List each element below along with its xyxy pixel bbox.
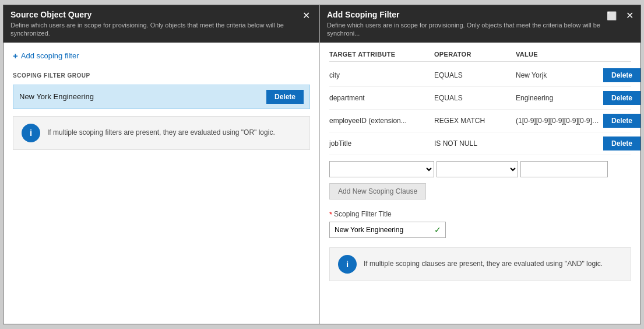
row-3-delete: Delete xyxy=(603,136,641,150)
scoping-filter-group-label: SCOPING FILTER GROUP xyxy=(13,72,310,79)
col-header-action xyxy=(603,51,641,58)
delete-filter-group-button[interactable]: Delete xyxy=(266,90,304,104)
row-1-attribute: department xyxy=(329,94,434,102)
left-panel-header-content: Source Object Query Define which users a… xyxy=(10,10,295,38)
table-row: jobTitle IS NOT NULL Delete xyxy=(329,132,631,155)
left-panel-body: + Add scoping filter SCOPING FILTER GROU… xyxy=(3,43,319,324)
right-info-box: i If multiple scoping clauses are presen… xyxy=(329,247,631,281)
row-2-operator: REGEX MATCH xyxy=(434,117,516,125)
row-0-delete: Delete xyxy=(603,68,641,82)
right-panel-title: Add Scoping Filter xyxy=(327,10,602,19)
right-panel-header-buttons: ⬜ ✕ xyxy=(602,10,636,21)
left-panel-header-buttons: ✕ xyxy=(295,10,312,21)
right-panel-header-content: Add Scoping Filter Define which users ar… xyxy=(327,10,602,38)
info-icon: i xyxy=(22,124,40,142)
right-info-icon: i xyxy=(338,255,357,274)
right-panel-close-button[interactable]: ✕ xyxy=(624,10,636,21)
row-2-delete: Delete xyxy=(603,114,641,128)
table-row: city EQUALS New Yorjk Delete xyxy=(329,64,631,87)
filter-group-item[interactable]: New York Engineering Delete xyxy=(13,85,310,109)
add-new-scoping-clause-button[interactable]: Add New Scoping Clause xyxy=(329,183,426,200)
right-panel-body: TARGET ATTRIBUTE OPERATOR VALUE city EQU… xyxy=(320,43,641,324)
add-clause-button-wrapper: Add New Scoping Clause xyxy=(329,183,631,210)
left-info-box: i If multiple scoping filters are presen… xyxy=(13,116,310,150)
right-panel-header: Add Scoping Filter Define which users ar… xyxy=(320,5,641,43)
new-clause-operator-select[interactable] xyxy=(437,161,518,177)
plus-icon: + xyxy=(13,51,18,61)
add-scoping-filter-link[interactable]: + Add scoping filter xyxy=(13,51,310,61)
col-header-value: VALUE xyxy=(516,51,603,58)
row-3-attribute: jobTitle xyxy=(329,139,434,148)
row-0-value: New Yorjk xyxy=(516,71,603,79)
new-clause-attribute-select[interactable] xyxy=(329,161,434,177)
row-2-attribute: employeeID (extension... xyxy=(329,117,434,125)
table-row: employeeID (extension... REGEX MATCH (1[… xyxy=(329,110,631,132)
row-1-value: Engineering xyxy=(516,94,603,102)
col-header-attribute: TARGET ATTRIBUTE xyxy=(329,51,434,58)
title-input-wrapper: ✓ xyxy=(329,222,446,238)
maximize-button[interactable]: ⬜ xyxy=(604,11,619,20)
new-clause-value-input[interactable] xyxy=(520,161,608,177)
filter-group-name: New York Engineering xyxy=(19,92,94,101)
row-1-operator: EQUALS xyxy=(434,94,516,102)
left-panel-header: Source Object Query Define which users a… xyxy=(3,5,319,43)
delete-row-3-button[interactable]: Delete xyxy=(603,136,641,150)
left-info-text: If multiple scoping filters are present,… xyxy=(47,128,275,138)
row-0-operator: EQUALS xyxy=(434,71,516,79)
add-filter-label: Add scoping filter xyxy=(21,51,79,60)
scoping-title-label: * Scoping Filter Title xyxy=(329,210,631,219)
left-panel-title: Source Object Query xyxy=(10,10,295,19)
right-panel-subtitle: Define which users are in scope for prov… xyxy=(327,21,602,38)
row-0-attribute: city xyxy=(329,71,434,79)
table-row: department EQUALS Engineering Delete xyxy=(329,87,631,110)
scoping-title-label-text: Scoping Filter Title xyxy=(334,210,392,218)
left-panel-subtitle: Define which users are in scope for prov… xyxy=(10,21,295,38)
row-2-value: (1[0-9][0-9][0-9][0-9][0-9][0-9][0... xyxy=(516,117,603,125)
required-star: * xyxy=(329,210,332,219)
right-panel: Add Scoping Filter Define which users ar… xyxy=(320,5,641,324)
col-header-operator: OPERATOR xyxy=(434,51,516,58)
scoping-title-input[interactable] xyxy=(329,222,446,238)
row-1-delete: Delete xyxy=(603,91,641,105)
new-clause-row xyxy=(329,161,631,177)
row-3-operator: IS NOT NULL xyxy=(434,139,516,148)
left-panel-close-button[interactable]: ✕ xyxy=(300,10,312,21)
scoping-title-section: * Scoping Filter Title ✓ xyxy=(329,210,631,238)
delete-row-0-button[interactable]: Delete xyxy=(603,68,641,82)
checkmark-icon: ✓ xyxy=(434,225,441,235)
delete-row-1-button[interactable]: Delete xyxy=(603,91,641,105)
right-info-text: If multiple scoping clauses are present,… xyxy=(364,259,603,269)
left-panel: Source Object Query Define which users a… xyxy=(3,5,320,324)
delete-row-2-button[interactable]: Delete xyxy=(603,114,641,128)
table-header: TARGET ATTRIBUTE OPERATOR VALUE xyxy=(329,51,631,62)
